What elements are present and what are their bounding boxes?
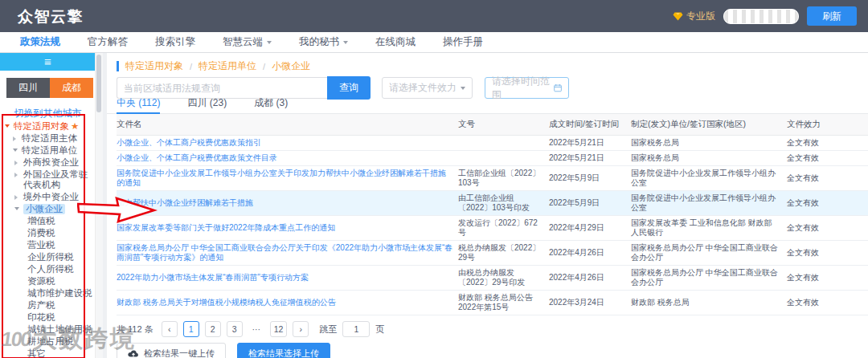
nav-item-label: 官方解答: [88, 35, 128, 49]
document-link[interactable]: 加力帮扶中小微企业纾困解难若干措施: [117, 198, 253, 207]
results-table: 文件名文号成文时间/签订时间制定(发文)单位/签订国家(地区)文件效力 小微企业…: [117, 114, 868, 317]
page-button-2[interactable]: 2: [205, 321, 221, 337]
tree-item-11[interactable]: 个人所得税: [0, 263, 96, 275]
next-page-button[interactable]: ›: [293, 321, 309, 337]
tree-item-4[interactable]: 外国企业及常驻代表机构: [0, 169, 96, 191]
document-link[interactable]: 小微企业、个体工商户税费优惠政策指引: [117, 138, 261, 147]
tree-item-label: 特定适用对象: [14, 121, 69, 132]
category-tree: 特定适用对象★特定适用主体特定适用单位外商投资企业外国企业及常驻代表机构境外中资…: [0, 120, 96, 358]
tab-2[interactable]: 成都 (3): [254, 93, 288, 113]
region-button-chengdu[interactable]: 成都: [50, 78, 93, 98]
scrollbar-thumb[interactable]: [96, 55, 101, 112]
refresh-button[interactable]: 刷新: [807, 6, 857, 26]
user-account-redacted[interactable]: [723, 9, 799, 24]
upload-select-button[interactable]: 检索结果选择上传: [237, 343, 330, 358]
page-button-1[interactable]: 1: [183, 321, 199, 337]
jump-to-page: 跳至 页: [319, 321, 384, 337]
cell-doc-number: 由税总办纳服发〔2022〕29号印发: [458, 266, 549, 291]
document-link[interactable]: 国家税务总局办公厅 中华全国工商业联合会办公厅关于印发《2022年助力小微市场主…: [117, 243, 452, 262]
tree-item-15[interactable]: 印花税: [0, 311, 96, 323]
column-header-1: 文号: [458, 114, 549, 136]
tree-item-7[interactable]: 增值税: [0, 215, 96, 227]
nav-item-6[interactable]: 操作手册: [429, 32, 497, 52]
sidebar-collapse-bar[interactable]: ≡: [0, 53, 96, 71]
upload-all-button[interactable]: 检索结果一键上传: [117, 343, 226, 358]
nav-item-2[interactable]: 搜索引擎: [141, 32, 209, 52]
tree-item-17[interactable]: 耕地占用税: [0, 336, 96, 348]
tree-item-12[interactable]: 资源税: [0, 275, 96, 287]
prev-page-button[interactable]: ‹: [162, 321, 178, 337]
chevron-down-icon: [461, 87, 465, 90]
nav-item-1[interactable]: 官方解答: [74, 32, 141, 52]
cell-filename: 小微企业、个体工商户税费优惠政策文件目录: [117, 151, 458, 166]
page-buttons: 123···12: [183, 321, 293, 337]
page-suffix-label: 页: [375, 323, 384, 336]
tree-item-13[interactable]: 城市维护建设税: [0, 287, 96, 299]
tree-item-18[interactable]: 其它: [0, 348, 96, 358]
page-ellipsis: ···: [248, 321, 264, 337]
cell-date: 2022年3月24日: [549, 291, 631, 315]
document-link[interactable]: 国务院促进中小企业发展工作领导小组办公室关于印发加力帮扶中小微企业纾困解难若干措…: [117, 169, 446, 187]
tree-item-2[interactable]: 特定适用单位: [0, 144, 96, 157]
tree-item-0[interactable]: 特定适用对象★: [0, 120, 96, 132]
cell-effect: 全文有效: [787, 291, 868, 315]
sidebar: ≡ 四川 成都 切换到其他城市 特定适用对象★特定适用主体特定适用单位外商投资企…: [0, 53, 103, 358]
tree-item-5[interactable]: 境外中资企业: [0, 191, 96, 203]
sidebar-scrollbar[interactable]: [95, 53, 103, 358]
tree-item-10[interactable]: 企业所得税: [0, 251, 96, 263]
cell-date: 2022年4月29日: [549, 216, 631, 241]
nav-item-label: 搜索引擎: [155, 35, 195, 49]
document-link[interactable]: 2022年助力小微市场主体发展“春雨润苗”专项行动方案: [117, 273, 309, 282]
top-header: 众智云擎 专业版 刷新: [0, 0, 868, 32]
region-button-sichuan[interactable]: 四川: [6, 78, 50, 98]
cell-date: 2022年5月9日: [549, 166, 631, 191]
breadcrumb-item-2[interactable]: 小微企业: [272, 59, 310, 73]
nav-item-5[interactable]: 在线商城: [362, 32, 429, 52]
tree-item-label: 外商投资企业: [23, 157, 79, 168]
footer-actions: 检索结果一键上传 检索结果选择上传: [117, 343, 330, 358]
column-header-3: 制定(发文)单位/签订国家(地区): [631, 114, 787, 136]
nav-item-0[interactable]: 政策法规: [6, 32, 74, 52]
document-link[interactable]: 小微企业、个体工商户税费优惠政策文件目录: [117, 153, 277, 162]
cell-org: 国家税务总局办公厅 中华全国工商业联合会办公厅: [631, 241, 787, 266]
tree-item-label: 增值税: [27, 216, 55, 226]
nav-item-label: 操作手册: [443, 35, 483, 49]
tree-item-label: 消费税: [27, 228, 55, 238]
chevron-right-icon: [14, 161, 18, 165]
chevron-right-icon: [13, 136, 16, 141]
chevron-down-icon: [267, 41, 272, 44]
table-row: 小微企业、个体工商户税费优惠政策文件目录2022年5月21日国家税务总局全文有效: [117, 151, 868, 166]
jump-page-input[interactable]: [342, 321, 370, 337]
tree-item-6[interactable]: 小微企业: [0, 203, 96, 215]
header-right-group: 专业版 刷新: [673, 6, 857, 26]
table-row: 加力帮扶中小微企业纾困解难若干措施由工信部企业组〔2022〕103号印发2022…: [117, 191, 868, 216]
nav-item-3[interactable]: 智慧云端: [209, 32, 285, 52]
table-header-row: 文件名文号成文时间/签订时间制定(发文)单位/签订国家(地区)文件效力: [117, 114, 868, 136]
tree-item-3[interactable]: 外商投资企业: [0, 157, 96, 169]
tab-0[interactable]: 中央 (112): [117, 93, 160, 113]
switch-city-link[interactable]: 切换到其他城市: [0, 107, 96, 120]
tree-item-label: 资源税: [27, 276, 55, 287]
page-button-3[interactable]: 3: [227, 321, 243, 337]
cell-effect: 全文有效: [787, 136, 868, 151]
tree-item-1[interactable]: 特定适用主体: [0, 132, 96, 144]
column-header-4: 文件效力: [787, 114, 868, 136]
table-row: 国家税务总局关于小型微利企业所得税优惠政策征管问题的公告国家税务总局公告2022…: [117, 315, 868, 318]
breadcrumb-item-0[interactable]: 特定适用对象: [125, 59, 183, 73]
chevron-down-icon: [343, 41, 348, 44]
breadcrumb-item-1[interactable]: 特定适用单位: [199, 59, 256, 73]
cell-filename: 2022年助力小微市场主体发展“春雨润苗”专项行动方案: [117, 266, 458, 291]
tree-item-16[interactable]: 城镇土地使用税: [0, 323, 96, 336]
tree-item-9[interactable]: 营业税: [0, 239, 96, 251]
tree-item-14[interactable]: 房产税: [0, 299, 96, 311]
tree-item-8[interactable]: 消费税: [0, 227, 96, 239]
breadcrumb-accent-bar: [117, 61, 119, 71]
cell-doc-number: 由工信部企业组〔2022〕103号印发: [458, 191, 549, 216]
nav-item-label: 智慧云端: [223, 35, 263, 49]
nav-item-4[interactable]: 我的秘书: [285, 32, 362, 52]
page-button-12[interactable]: 12: [270, 321, 288, 337]
document-link[interactable]: 国家发展改革委等部门关于做好2022年降成本重点工作的通知: [117, 223, 335, 232]
document-link[interactable]: 财政部 税务总局关于对增值税小规模纳税人免征增值税的公告: [117, 298, 336, 307]
tab-1[interactable]: 四川 (23): [187, 93, 227, 113]
cell-org: 国家发展改革委 工业和信息化部 财政部 人民银行: [631, 216, 787, 241]
